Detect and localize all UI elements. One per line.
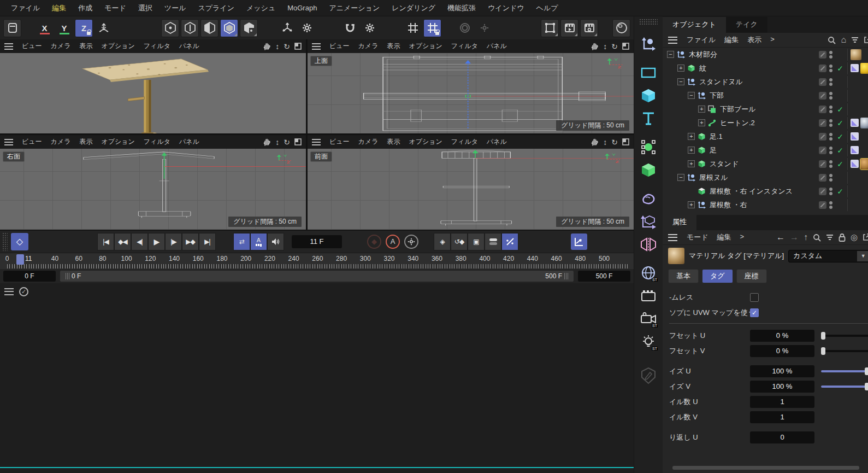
viewport-menu-item[interactable]: 表示 xyxy=(75,40,97,52)
stage-object-icon[interactable] xyxy=(637,285,660,306)
render-view-icon[interactable] xyxy=(560,19,578,37)
object-row[interactable]: +スタンド✓ xyxy=(663,157,868,171)
drag-handle[interactable] xyxy=(2,232,8,251)
slider-track[interactable] xyxy=(821,370,868,372)
menubar-item[interactable]: 選択 xyxy=(133,2,158,15)
value-field[interactable]: 100 % xyxy=(750,381,814,393)
history-back-icon[interactable]: ← xyxy=(776,232,785,242)
value-field[interactable]: 0 % xyxy=(750,345,814,357)
viewport-menu-item[interactable]: ビュー xyxy=(17,136,46,148)
symmetry-icon[interactable] xyxy=(637,234,660,255)
instance-object-icon[interactable] xyxy=(637,211,660,232)
menubar-item[interactable]: レンダリング xyxy=(386,2,441,15)
object-name[interactable]: 屋根ヌル xyxy=(699,173,728,183)
record-rings-icon[interactable] xyxy=(456,19,474,37)
pan-hand-icon[interactable] xyxy=(263,138,271,146)
maximize-view-icon[interactable] xyxy=(294,43,302,50)
object-manager-menu-item[interactable]: 表示 xyxy=(743,34,765,46)
viewport-menu-icon[interactable] xyxy=(312,43,321,50)
attribute-menu-item[interactable]: > xyxy=(736,231,748,243)
object-name[interactable]: 下部 xyxy=(710,91,724,101)
object-row[interactable]: +紋✓ xyxy=(663,61,868,75)
lock-z-axis-button[interactable]: Z xyxy=(75,19,93,37)
object-manager-menu-icon[interactable] xyxy=(668,37,677,44)
parent-up-icon[interactable]: ↑ xyxy=(804,232,808,242)
layer-toggle-icon[interactable] xyxy=(819,51,826,59)
visibility-dots-icon[interactable] xyxy=(829,188,833,195)
visibility-dots-icon[interactable] xyxy=(829,65,833,72)
render-settings-icon[interactable] xyxy=(580,19,598,37)
object-row[interactable]: −下部 xyxy=(663,89,868,102)
menubar-item[interactable]: アニメーション xyxy=(323,2,385,15)
object-name[interactable]: 紋 xyxy=(699,63,706,73)
play-button[interactable]: ▶ xyxy=(148,233,165,250)
phong-tag-icon[interactable] xyxy=(851,160,859,168)
enabled-check-icon[interactable]: ✓ xyxy=(835,187,845,196)
expander-icon[interactable]: + xyxy=(698,119,705,126)
viewport-menu-item[interactable]: フィルタ xyxy=(447,40,482,52)
value-field[interactable]: 1 xyxy=(750,411,814,423)
viewport-menu-item[interactable]: パネル xyxy=(175,40,204,52)
timeline-ruler[interactable]: 0406080100120140160180200220240260280300… xyxy=(0,253,634,269)
object-row[interactable]: −屋根ヌル xyxy=(663,171,868,184)
cube-primitive-icon[interactable] xyxy=(637,85,660,106)
slider-track[interactable] xyxy=(821,350,868,352)
object-name[interactable]: 屋根敷 ・右 インスタンス xyxy=(710,186,793,196)
layer-toggle-icon[interactable] xyxy=(819,147,826,154)
object-row[interactable]: −木材部分 xyxy=(663,48,868,61)
point-mode-icon[interactable] xyxy=(161,19,179,37)
record-position-icon[interactable]: ◈ xyxy=(434,233,451,250)
object-name[interactable]: 下部ブール xyxy=(720,104,756,114)
pan-hand-icon[interactable] xyxy=(591,138,599,146)
material-tag-icon[interactable] xyxy=(860,63,868,74)
expander-icon[interactable]: − xyxy=(677,78,684,85)
layer-toggle-icon[interactable] xyxy=(819,106,826,113)
workplane-axis-icon[interactable] xyxy=(278,19,296,37)
keyframe-diamond-button[interactable]: ◇ xyxy=(11,233,28,250)
expander-icon[interactable]: + xyxy=(688,147,695,154)
menubar-item[interactable]: ヘルプ xyxy=(531,2,564,15)
attribute-menu-item[interactable]: モード xyxy=(683,231,712,243)
object-row[interactable]: −スタンドヌル xyxy=(663,75,868,89)
viewport-top[interactable]: ビューカメラ表示オプションフィルタパネル ↕ ↻ 上面 グリッド間隔 : 50 … xyxy=(308,39,634,133)
visibility-dots-icon[interactable] xyxy=(829,92,833,100)
layer-toggle-icon[interactable] xyxy=(819,78,826,86)
null-object-icon[interactable] xyxy=(637,34,660,55)
polygon-object-icon[interactable] xyxy=(637,160,660,180)
value-field[interactable]: 0 xyxy=(750,431,814,443)
visibility-dots-icon[interactable] xyxy=(829,78,833,86)
viewport-menu-item[interactable]: パネル xyxy=(482,40,511,52)
visibility-dots-icon[interactable] xyxy=(829,106,833,113)
checkbox[interactable]: ✓ xyxy=(750,308,759,317)
object-row[interactable]: +足✓ xyxy=(663,143,868,157)
loop-playback-button[interactable]: ⇄ xyxy=(233,233,250,250)
visibility-dots-icon[interactable] xyxy=(829,160,833,168)
maximize-view-icon[interactable] xyxy=(622,138,629,145)
camera-object-icon[interactable]: ST xyxy=(637,308,660,329)
layer-toggle-icon[interactable] xyxy=(819,119,826,127)
model-mode-icon[interactable] xyxy=(220,19,238,37)
attribute-menu-item[interactable]: 編集 xyxy=(713,231,735,243)
object-name[interactable]: スタンドヌル xyxy=(699,77,743,87)
viewport-menu-item[interactable]: パネル xyxy=(482,136,511,148)
autokeying-button[interactable]: A xyxy=(386,235,400,249)
menubar-item[interactable]: ウインドウ xyxy=(482,2,530,15)
layer-toggle-icon[interactable] xyxy=(819,160,826,168)
slider-knob[interactable] xyxy=(865,367,868,375)
viewport-menu-item[interactable]: フィルタ xyxy=(139,40,175,52)
record-keyframe-button[interactable]: ◆ xyxy=(367,235,381,249)
checkbox[interactable] xyxy=(750,293,759,302)
viewport-front[interactable]: ビューカメラ表示オプションフィルタパネル ↕ ↻ 前面 グリッド間隔 : 50 … xyxy=(308,135,634,229)
perspective-view-canvas[interactable] xyxy=(0,53,306,133)
maximize-view-icon[interactable] xyxy=(622,43,629,50)
maximize-view-icon[interactable] xyxy=(294,138,302,145)
record-gear-icon[interactable] xyxy=(475,19,493,37)
layer-toggle-icon[interactable] xyxy=(819,92,826,100)
enabled-check-icon[interactable]: ✓ xyxy=(835,64,845,73)
viewport-menu-icon[interactable] xyxy=(312,139,321,145)
range-slider[interactable]: 0 F 500 F xyxy=(60,271,574,282)
value-field[interactable]: 0 % xyxy=(750,330,814,342)
menubar-item[interactable]: 編集 xyxy=(46,2,72,15)
edge-mode-icon[interactable] xyxy=(181,19,199,37)
phong-tag-icon[interactable] xyxy=(851,119,859,127)
